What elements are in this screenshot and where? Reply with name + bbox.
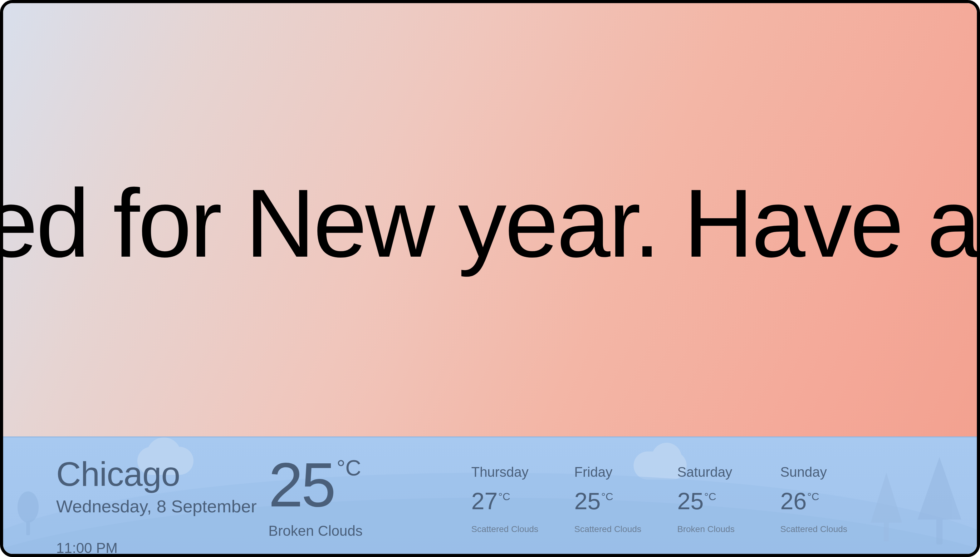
forecast-temp-unit: °C	[704, 490, 716, 503]
current-temp-unit: °C	[336, 456, 361, 480]
forecast-temp-unit: °C	[808, 490, 819, 503]
forecast-day-name: Saturday	[677, 464, 780, 480]
current-temp-value: 25	[268, 457, 334, 513]
city-time: 11:00 PM	[56, 539, 268, 554]
marquee-area: sed for New year. Have a Ha	[3, 3, 977, 443]
forecast-day: Thursday 27 °C Scattered Clouds	[471, 464, 574, 534]
marquee-text: sed for New year. Have a Ha	[3, 167, 977, 279]
city-name: Chicago	[56, 457, 268, 491]
forecast-day: Saturday 25 °C Broken Clouds	[677, 464, 780, 534]
forecast-temp-value: 25	[574, 489, 601, 513]
forecast-day-name: Sunday	[780, 464, 883, 480]
weather-content: Chicago Wednesday, 8 September 11:00 PM …	[3, 437, 977, 554]
forecast-temp-row: 27 °C	[471, 489, 574, 513]
current-temp-row: 25 °C	[268, 457, 431, 513]
forecast-day: Sunday 26 °C Scattered Clouds	[780, 464, 883, 534]
forecast-temp-unit: °C	[601, 490, 613, 503]
city-date: Wednesday, 8 September	[56, 496, 268, 516]
forecast-temp-row: 26 °C	[780, 489, 883, 513]
forecast-condition: Scattered Clouds	[780, 524, 883, 534]
forecast-temp-value: 27	[471, 489, 498, 513]
forecast-day-name: Thursday	[471, 464, 574, 480]
city-block: Chicago Wednesday, 8 September 11:00 PM	[56, 457, 268, 554]
weather-bar: Chicago Wednesday, 8 September 11:00 PM …	[3, 436, 977, 554]
forecast-condition: Scattered Clouds	[574, 524, 677, 534]
forecast-condition: Broken Clouds	[677, 524, 780, 534]
forecast-temp-value: 26	[780, 489, 807, 513]
forecast-temp-row: 25 °C	[677, 489, 780, 513]
forecast-condition: Scattered Clouds	[471, 524, 574, 534]
current-weather: 25 °C Broken Clouds	[268, 457, 431, 539]
forecast-temp-row: 25 °C	[574, 489, 677, 513]
signage-screen: sed for New year. Have a Ha Chicago Wedn…	[3, 3, 977, 554]
forecast-temp-unit: °C	[499, 490, 510, 503]
forecast-block: Thursday 27 °C Scattered Clouds Friday 2…	[471, 457, 883, 534]
forecast-temp-value: 25	[677, 489, 704, 513]
forecast-day: Friday 25 °C Scattered Clouds	[574, 464, 677, 534]
forecast-day-name: Friday	[574, 464, 677, 480]
current-condition: Broken Clouds	[268, 522, 431, 539]
